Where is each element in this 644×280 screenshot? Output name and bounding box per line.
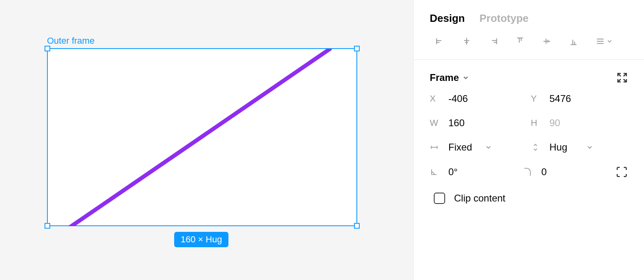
independent-corners-icon[interactable] [616, 166, 628, 178]
align-left-icon[interactable] [435, 36, 445, 47]
canvas-area[interactable]: Outer frame 160 × Hug [0, 0, 413, 280]
chevron-down-icon [607, 39, 612, 44]
angle-icon [430, 168, 441, 176]
w-mode-value: Fixed [448, 142, 481, 153]
tab-prototype[interactable]: Prototype [480, 12, 529, 25]
w-field[interactable]: W 160 [430, 117, 527, 129]
y-field[interactable]: Y 5476 [531, 93, 628, 104]
align-hcenter-icon[interactable] [461, 36, 472, 47]
tab-design[interactable]: Design [430, 12, 465, 25]
properties-list: X -406 Y 5476 W 160 H 90 [414, 90, 644, 178]
h-value: 90 [550, 117, 582, 129]
resize-to-fit-icon[interactable] [616, 72, 628, 83]
inspector-panel: Design Prototype Frame [413, 0, 644, 280]
y-value: 5476 [550, 93, 582, 104]
align-top-icon[interactable] [515, 36, 525, 47]
w-mode-field[interactable]: Fixed [430, 142, 527, 153]
vertical-resize-icon [531, 143, 542, 152]
radius-field[interactable]: 0 [523, 166, 612, 178]
resize-mode-row: Fixed Hug [430, 142, 628, 153]
h-label: H [531, 118, 542, 128]
position-row: X -406 Y 5476 [430, 93, 628, 104]
clip-content-row: Clip content [414, 178, 644, 204]
distribute-dropdown[interactable] [595, 36, 612, 47]
resize-handle-bl[interactable] [45, 223, 50, 229]
resize-handle-tl[interactable] [45, 46, 50, 51]
frame-label: Outer frame [47, 36, 94, 46]
vector-stroke [48, 49, 356, 226]
h-mode-field[interactable]: Hug [531, 142, 628, 153]
svg-line-0 [70, 49, 330, 226]
rotation-field[interactable]: 0° [430, 166, 519, 178]
x-value: -406 [448, 93, 481, 104]
frame-section-toggle[interactable]: Frame [430, 72, 469, 83]
radius-value: 0 [542, 166, 574, 178]
dimension-badge: 160 × Hug [174, 232, 228, 247]
panel-tabs: Design Prototype [414, 0, 644, 36]
horizontal-resize-icon [430, 143, 441, 152]
rotation-radius-row: 0° 0 [430, 166, 628, 178]
frame-section-header: Frame [414, 60, 644, 90]
clip-content-checkbox[interactable] [434, 193, 445, 204]
h-field[interactable]: H 90 [531, 117, 628, 129]
x-label: X [430, 93, 441, 104]
distribute-icon [595, 36, 606, 47]
size-row: W 160 H 90 [430, 117, 628, 129]
clip-content-label: Clip content [454, 193, 505, 204]
selected-frame[interactable] [47, 48, 357, 226]
align-bottom-icon[interactable] [568, 36, 579, 47]
w-label: W [430, 118, 441, 128]
align-right-icon[interactable] [488, 36, 499, 47]
chevron-down-icon [463, 75, 469, 81]
resize-handle-br[interactable] [354, 223, 360, 229]
x-field[interactable]: X -406 [430, 93, 527, 104]
alignment-row [414, 36, 644, 60]
rotation-value: 0° [448, 166, 481, 178]
resize-handle-tr[interactable] [354, 46, 360, 51]
align-vcenter-icon[interactable] [542, 36, 552, 47]
chevron-down-icon [587, 144, 593, 150]
corner-radius-icon [523, 168, 534, 176]
frame-section-title: Frame [430, 72, 459, 83]
w-value: 160 [448, 117, 481, 129]
y-label: Y [531, 93, 542, 104]
chevron-down-icon [486, 144, 491, 150]
h-mode-value: Hug [550, 142, 582, 153]
